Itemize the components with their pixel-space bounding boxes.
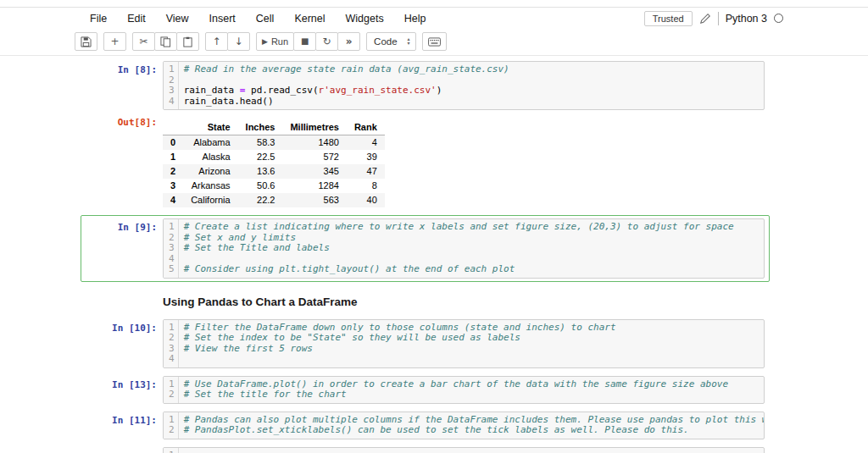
fast-forward-icon: » [346, 36, 353, 47]
code-input[interactable]: 1234# Read in the average state rain dat… [163, 61, 765, 110]
menu-insert[interactable]: Insert [199, 10, 246, 27]
cut-button[interactable]: ✂ [132, 32, 155, 51]
menu-cell[interactable]: Cell [246, 10, 285, 27]
output-prompt: Out[8]: [86, 113, 163, 211]
output-content: StateInchesMillimetresRank0Alabama58.314… [163, 113, 765, 211]
df-cell: 563 [282, 193, 346, 207]
add-cell-button[interactable]: + [103, 32, 126, 51]
arrow-down-icon: ↓ [234, 36, 242, 47]
code-line: # View the first 5 rows [184, 344, 764, 355]
stop-icon: ■ [301, 37, 309, 46]
code-line [184, 450, 764, 453]
df-cell: 58.3 [238, 135, 283, 151]
cell-type-dropdown[interactable]: Code ▴ ▾ [366, 32, 416, 51]
command-palette-button[interactable] [422, 32, 447, 51]
scissors-icon: ✂ [139, 36, 147, 47]
save-button[interactable] [75, 32, 97, 51]
df-col-header: Rank [347, 120, 385, 135]
input-prompt: In [9]: [86, 218, 163, 279]
table-row: 0Alabama58.314804 [163, 135, 385, 151]
df-col-header: State [183, 120, 237, 135]
paste-icon [182, 36, 193, 47]
df-cell: 22.5 [238, 150, 283, 164]
keyboard-icon [428, 37, 441, 47]
menubar-right: Trusted Python 3 [644, 11, 783, 26]
df-corner [163, 120, 183, 135]
plus-icon: + [110, 36, 119, 47]
restart-icon: ↻ [323, 36, 331, 47]
line-numbers: 1234 [164, 62, 179, 109]
df-row-index: 1 [163, 150, 183, 164]
code-input[interactable]: 1234# Filter the DataFrame down only to … [163, 319, 765, 368]
line-numbers: 12345 [164, 219, 179, 278]
code-editor[interactable]: # Filter the DataFrame down only to thos… [179, 320, 764, 367]
save-group [75, 32, 97, 51]
menu-kernel[interactable]: Kernel [284, 10, 335, 27]
markdown-cell[interactable]: Using Pandas to Chart a DataFrame [81, 285, 770, 314]
code-line: # Consider using plt.tight_layout() at t… [184, 264, 764, 275]
move-group: ↑ ↓ [205, 32, 250, 51]
df-cell: 22.2 [238, 193, 283, 207]
insert-group: + [103, 32, 126, 51]
df-row-index: 3 [163, 179, 183, 193]
trusted-badge[interactable]: Trusted [644, 11, 693, 26]
df-cell: 50.6 [238, 179, 283, 193]
input-prompt: In [11]: [86, 412, 163, 439]
cell-type-value: Code [374, 36, 398, 47]
df-cell: Alabama [183, 135, 237, 151]
df-cell: Arizona [183, 164, 237, 179]
run-button[interactable]: ▶Run [256, 32, 294, 51]
code-cell[interactable]: In [8]:1234# Read in the average state r… [81, 58, 770, 214]
restart-kernel-button[interactable]: ↻ [315, 32, 338, 51]
code-cell[interactable]: In [9]:12345# Create a list indicating w… [81, 215, 770, 282]
code-line: # Set the Title and labels [184, 243, 764, 254]
run-group: ▶Run ■ ↻ » [256, 32, 360, 51]
code-line: rain_data.head() [184, 97, 764, 108]
dataframe-table: StateInchesMillimetresRank0Alabama58.314… [163, 120, 385, 207]
menu-file[interactable]: File [80, 10, 117, 27]
df-cell: 345 [282, 164, 346, 179]
df-cell: 1284 [282, 179, 346, 193]
toolbar: + ✂ ↑ ↓ ▶Run ■ ↻ » Code ▴ ▾ [0, 29, 868, 55]
input-prompt [86, 447, 163, 453]
df-cell: 47 [347, 164, 385, 179]
restart-run-all-button[interactable]: » [337, 32, 360, 51]
play-icon: ▶ [262, 38, 268, 46]
df-cell: 13.6 [238, 164, 283, 179]
df-row-index: 4 [163, 193, 183, 207]
move-cell-down-button[interactable]: ↓ [227, 32, 250, 51]
menu-edit[interactable]: Edit [117, 10, 156, 27]
line-numbers: 1 [164, 448, 179, 453]
code-cell[interactable]: 1 [81, 444, 770, 453]
df-col-header: Inches [238, 120, 283, 135]
output-area: Out[8]:StateInchesMillimetresRank0Alabam… [86, 113, 765, 211]
df-col-header: Millimetres [282, 120, 346, 135]
copy-button[interactable] [154, 32, 177, 51]
table-row: 2Arizona13.634547 [163, 164, 385, 179]
kernel-name: Python 3 [726, 13, 767, 25]
edit-pencil-icon [699, 13, 711, 25]
arrow-up-icon: ↑ [212, 36, 220, 47]
code-cell[interactable]: In [10]:1234# Filter the DataFrame down … [81, 316, 770, 372]
code-line [184, 354, 764, 365]
code-editor[interactable]: # Pandas can also plot multiple columns … [179, 412, 764, 439]
code-input[interactable]: 12# Use DataFrame.plot() in order to cre… [163, 376, 765, 404]
code-input[interactable]: 12345# Create a list indicating where to… [163, 218, 765, 279]
code-cell[interactable]: In [11]:12# Pandas can also plot multipl… [81, 408, 770, 443]
code-editor[interactable]: # Use DataFrame.plot() in order to creat… [179, 377, 764, 403]
paste-button[interactable] [176, 32, 199, 51]
code-editor[interactable]: # Read in the average state rain data (a… [179, 62, 764, 109]
move-cell-up-button[interactable]: ↑ [205, 32, 228, 51]
menu-view[interactable]: View [156, 10, 199, 27]
menu-widgets[interactable]: Widgets [336, 10, 394, 27]
menu-help[interactable]: Help [394, 10, 437, 27]
code-cell[interactable]: In [13]:12# Use DataFrame.plot() in orde… [81, 373, 770, 407]
interrupt-kernel-button[interactable]: ■ [293, 32, 316, 51]
code-input[interactable]: 12# Pandas can also plot multiple column… [163, 412, 765, 439]
code-editor[interactable]: # Create a list indicating where to writ… [179, 219, 764, 278]
clipboard-group: ✂ [132, 32, 199, 51]
df-cell: 1480 [282, 135, 346, 151]
table-row: 1Alaska22.557239 [163, 150, 385, 164]
code-input[interactable]: 1 [163, 447, 765, 453]
code-editor[interactable] [179, 448, 764, 453]
